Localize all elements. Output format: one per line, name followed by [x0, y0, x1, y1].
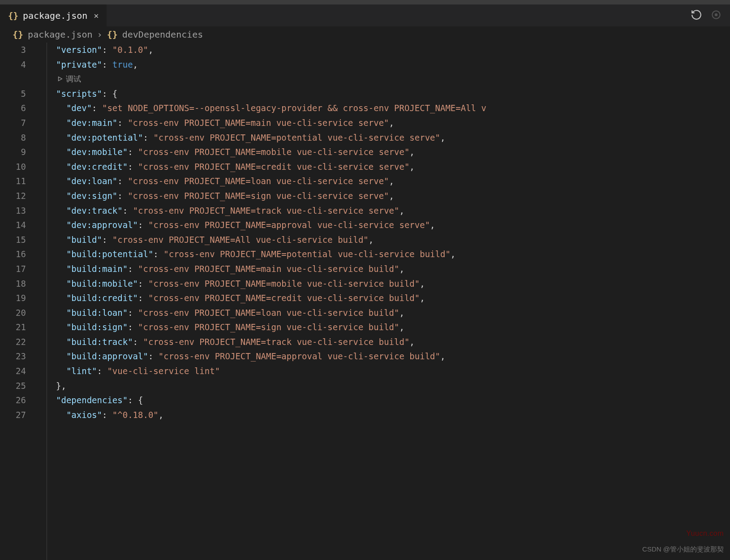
code-line[interactable]: "build": "cross-env PROJECT_NAME=All vue…: [56, 233, 730, 247]
code-line[interactable]: "build:approval": "cross-env PROJECT_NAM…: [56, 349, 730, 364]
tab-package-json[interactable]: {} package.json ✕: [0, 4, 107, 26]
json-separator: :: [128, 306, 138, 320]
json-trail: ,: [389, 189, 394, 203]
json-separator: :: [92, 101, 102, 116]
code-line[interactable]: "private": true,: [56, 57, 730, 72]
revert-icon[interactable]: [691, 9, 702, 22]
editor[interactable]: 3456789101112131415161718192021222324252…: [0, 43, 730, 560]
svg-point-1: [715, 13, 717, 15]
json-key: "dev:main": [66, 116, 117, 130]
code-line[interactable]: "dev:sign": "cross-env PROJECT_NAME=sign…: [56, 189, 730, 203]
json-key: "axios": [66, 408, 102, 422]
tab-label: package.json: [23, 10, 88, 21]
json-trail: ,: [159, 408, 163, 422]
line-number: 25: [0, 379, 26, 393]
code-line[interactable]: "build:mobile": "cross-env PROJECT_NAME=…: [56, 276, 730, 291]
codelens-debug[interactable]: 调试: [56, 72, 81, 86]
json-key: "build:loan": [66, 306, 128, 320]
code-line[interactable]: "dev:track": "cross-env PROJECT_NAME=tra…: [56, 203, 730, 218]
json-key: "dev:loan": [66, 174, 117, 189]
code-line[interactable]: "scripts": {: [56, 86, 730, 101]
code-line[interactable]: "dev:approval": "cross-env PROJECT_NAME=…: [56, 218, 730, 233]
json-key: "build:approval": [66, 349, 148, 364]
line-number: 16: [0, 247, 26, 262]
json-separator: :: [117, 116, 128, 130]
json-key: "dev:sign": [66, 189, 117, 203]
code-line[interactable]: "build:track": "cross-env PROJECT_NAME=t…: [56, 335, 730, 349]
json-key: "version": [56, 43, 102, 57]
json-key: "dev:mobile": [66, 145, 128, 159]
json-value: "cross-env PROJECT_NAME=mobile vue-cli-s…: [148, 276, 420, 291]
close-icon[interactable]: ✕: [92, 11, 100, 20]
json-separator: :: [128, 145, 138, 159]
code-line[interactable]: "build:sign": "cross-env PROJECT_NAME=si…: [56, 320, 730, 335]
tab-actions: [691, 4, 730, 26]
code-line[interactable]: "build:credit": "cross-env PROJECT_NAME=…: [56, 291, 730, 306]
json-separator: :: [138, 218, 148, 233]
json-key: "build": [66, 233, 102, 247]
json-separator: :: [138, 276, 148, 291]
json-separator: :: [128, 159, 138, 174]
json-value: "0.1.0": [112, 43, 148, 57]
json-value: "cross-env PROJECT_NAME=sign vue-cli-ser…: [138, 320, 399, 335]
json-value: "cross-env PROJECT_NAME=track vue-cli-se…: [133, 203, 399, 218]
more-icon[interactable]: [710, 9, 722, 22]
line-number: 27: [0, 408, 26, 422]
code-area[interactable]: "version": "0.1.0","private": true,调试"sc…: [56, 43, 730, 560]
json-value: "cross-env PROJECT_NAME=main vue-cli-ser…: [128, 116, 389, 130]
code-line[interactable]: "build:loan": "cross-env PROJECT_NAME=lo…: [56, 306, 730, 320]
code-line[interactable]: 调试: [56, 72, 730, 86]
json-value: "^0.18.0": [112, 408, 159, 422]
line-number-gutter: 3456789101112131415161718192021222324252…: [0, 43, 35, 560]
code-line[interactable]: "build:potential": "cross-env PROJECT_NA…: [56, 247, 730, 262]
json-trail: ,: [451, 247, 455, 262]
line-number: 24: [0, 364, 26, 379]
tab-bar: {} package.json ✕: [0, 4, 730, 26]
line-number: 23: [0, 349, 26, 364]
watermark-author: CSDN @管小姐的斐波那契: [642, 545, 724, 554]
chevron-right-icon: ›: [97, 29, 103, 40]
breadcrumb-section[interactable]: devDependencies: [122, 29, 203, 40]
breadcrumb-file[interactable]: package.json: [28, 29, 93, 40]
code-line[interactable]: "build:main": "cross-env PROJECT_NAME=ma…: [56, 262, 730, 276]
json-key: "lint": [66, 364, 97, 379]
json-trail: ,: [409, 335, 414, 349]
line-number: 12: [0, 189, 26, 203]
code-line[interactable]: },: [56, 379, 730, 393]
code-line[interactable]: "dev:credit": "cross-env PROJECT_NAME=cr…: [56, 159, 730, 174]
json-value: "cross-env PROJECT_NAME=loan vue-cli-ser…: [138, 306, 399, 320]
json-key: "build:credit": [66, 291, 138, 306]
json-file-icon: {}: [8, 11, 18, 21]
json-separator: :: [102, 57, 112, 72]
code-line[interactable]: "dev:main": "cross-env PROJECT_NAME=main…: [56, 116, 730, 130]
code-line[interactable]: "axios": "^0.18.0",: [56, 408, 730, 422]
json-value: "cross-env PROJECT_NAME=approval vue-cli…: [159, 349, 440, 364]
json-value: "cross-env PROJECT_NAME=credit vue-cli-s…: [148, 291, 420, 306]
line-number: 19: [0, 291, 26, 306]
json-value: "vue-cli-service lint": [107, 364, 220, 379]
code-line[interactable]: "dev:potential": "cross-env PROJECT_NAME…: [56, 130, 730, 145]
json-value: "cross-env PROJECT_NAME=loan vue-cli-ser…: [128, 174, 389, 189]
code-line[interactable]: "dev:loan": "cross-env PROJECT_NAME=loan…: [56, 174, 730, 189]
json-value: "cross-env PROJECT_NAME=mobile vue-cli-s…: [138, 145, 409, 159]
json-trail: ,: [420, 276, 425, 291]
json-trail: ,: [369, 233, 374, 247]
code-line[interactable]: "dev:mobile": "cross-env PROJECT_NAME=mo…: [56, 145, 730, 159]
json-separator: :: [117, 174, 128, 189]
code-line[interactable]: "version": "0.1.0",: [56, 43, 730, 57]
json-value: "cross-env PROJECT_NAME=credit vue-cli-s…: [138, 159, 409, 174]
json-key: "dev:approval": [66, 218, 138, 233]
code-line[interactable]: "dev": "set NODE_OPTIONS=--openssl-legac…: [56, 101, 730, 116]
code-line[interactable]: "dependencies": {: [56, 393, 730, 408]
json-value: "set NODE_OPTIONS=--openssl-legacy-provi…: [102, 101, 486, 116]
json-separator: :: [102, 86, 112, 101]
code-line[interactable]: "lint": "vue-cli-service lint": [56, 364, 730, 379]
json-trail: ,: [440, 349, 445, 364]
json-value: "cross-env PROJECT_NAME=main vue-cli-ser…: [138, 262, 399, 276]
json-separator: :: [97, 364, 107, 379]
line-number: 3: [0, 43, 26, 57]
json-file-icon: {}: [13, 29, 23, 40]
json-value: {: [138, 393, 143, 408]
json-trail: ,: [389, 116, 394, 130]
breadcrumb[interactable]: {} package.json › {} devDependencies: [0, 26, 730, 43]
